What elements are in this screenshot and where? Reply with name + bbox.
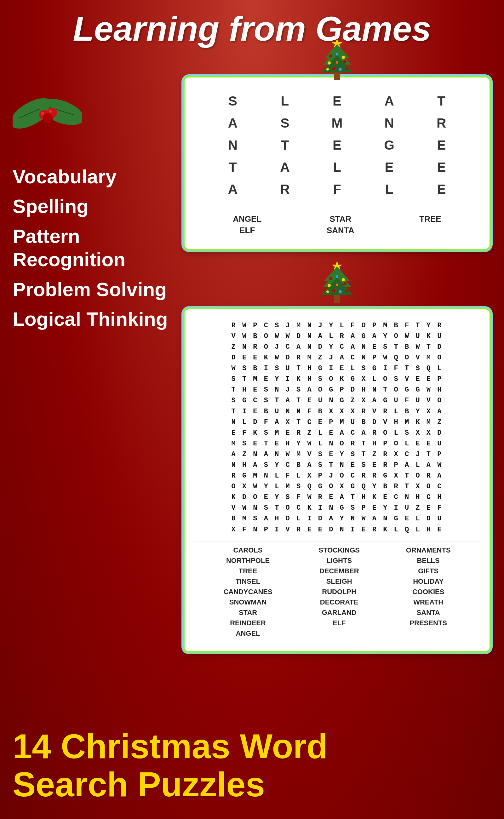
svg-point-17 [342, 56, 345, 59]
lw-rudolph: RUDOLPH [319, 587, 360, 597]
grid-row-14: R G M N L F L X P J O C R R G X T O R A [197, 471, 477, 481]
cell-1-0: A [207, 112, 259, 134]
svg-point-40 [345, 290, 348, 292]
svg-point-38 [339, 290, 342, 293]
svg-point-20 [343, 60, 347, 63]
lw-snowman: SNOWMAN [223, 597, 272, 607]
lw-sleigh: SLEIGH [319, 576, 360, 587]
right-panel: S L E A T A S M N R N T E G E T A L [183, 38, 491, 653]
svg-point-21 [336, 61, 338, 64]
skill-vocabulary: Vocabulary [13, 165, 189, 188]
svg-point-39 [326, 290, 329, 293]
skills-list: Vocabulary Spelling Pattern Recognition … [13, 165, 189, 331]
cell-0-1: L [259, 90, 311, 112]
svg-point-24 [326, 68, 329, 71]
cell-0-0: S [207, 90, 259, 112]
lw-carols: CAROLS [223, 545, 272, 555]
lw-ornaments: ORNAMENTS [406, 545, 451, 555]
svg-point-10 [49, 110, 52, 113]
cell-1-3: N [363, 112, 415, 134]
svg-point-31 [329, 277, 332, 280]
grid-row-16: K D O E Y S F W R E A T H K E C N H C H [197, 492, 477, 503]
lw-star: STAR [223, 607, 272, 618]
grid-row-18: B M S A H O L I D A Y N W A N G E L D U [197, 513, 477, 524]
svg-rect-15 [334, 72, 340, 80]
word-angel: ANGEL [233, 213, 261, 225]
lw-tree: TREE [223, 566, 272, 576]
large-word-list: CAROLS NORTHPOLE TREE TINSEL CANDYCANES … [194, 541, 480, 642]
svg-point-25 [345, 67, 348, 70]
lw-december: DECEMBER [319, 566, 360, 576]
lw-bells: BELLS [406, 555, 451, 566]
cell-3-1: A [259, 156, 311, 178]
large-puzzle-grid: R W P C S J M N J Y L F O P M B F T Y R … [194, 319, 480, 537]
small-word-list: ANGEL ELF STAR SANTA TREE [194, 210, 480, 239]
grid-row-4: W S B I S U T H G I E L S G I F T S Q L [197, 363, 477, 374]
small-puzzle-card: S L E A T A S M N R N T E G E T A L [183, 76, 491, 251]
grid-row-9: N L D F A X T C E P M U B D V H M K M Z [197, 417, 477, 428]
grid-row-0: R W P C S J M N J Y L F O P M B F T Y R [197, 320, 477, 331]
svg-point-9 [41, 112, 44, 115]
lw-tinsel: TINSEL [223, 576, 272, 587]
grid-row-10: E F K S M E R Z L E A C A R O L S X X D [197, 428, 477, 438]
grid-row-2: Z N R O J C A N D Y C A N E S T B W T D [197, 342, 477, 352]
grid-row-7: S G C S T A T E U N G Z X A G U F U V O [197, 395, 477, 406]
svg-point-33 [336, 275, 338, 278]
lw-gifts: GIFTS [406, 566, 451, 576]
lw-cookies: COOKIES [406, 587, 451, 597]
lw-reindeer: REINDEER [223, 618, 272, 628]
svg-point-23 [339, 68, 342, 71]
cell-2-0: N [207, 134, 259, 156]
grid-row-5: S T M E Y I K H S O K G X L O S V E E P [197, 374, 477, 385]
lw-holiday: HOLIDAY [406, 576, 451, 587]
word-star: STAR [327, 213, 354, 225]
lw-candycanes: CANDYCANES [223, 587, 272, 597]
cell-2-4: E [415, 134, 467, 156]
grid-row-3: D E E K W D R M Z J A C N P W Q O V M O [197, 352, 477, 363]
christmas-tree-2 [318, 260, 356, 304]
bottom-title: 14 Christmas Word Search Puzzles [0, 727, 504, 803]
word-group-2: STAR SANTA [327, 213, 354, 236]
lw-santa: SANTA [406, 607, 451, 618]
bottom-title-line1: 14 Christmas Word [13, 727, 491, 765]
small-puzzle-grid: S L E A T A S M N R N T E G E T A L [194, 87, 480, 203]
cell-1-4: R [415, 112, 467, 134]
grid-row-13: N H A S Y C B A S T N E S E R P A L A W [197, 460, 477, 471]
large-word-col-3: ORNAMENTS BELLS GIFTS HOLIDAY COOKIES WR… [406, 545, 451, 639]
cell-0-3: A [363, 90, 415, 112]
grid-row-12: A Z N A N W M V S E Y S T Z R X C J T P [197, 449, 477, 460]
skill-pattern-recognition: Pattern Recognition [13, 225, 189, 272]
cell-3-0: T [207, 156, 259, 178]
word-santa: SANTA [327, 225, 354, 236]
cell-4-3: L [363, 178, 415, 200]
lw-angel: ANGEL [223, 628, 272, 639]
svg-point-18 [336, 53, 338, 55]
svg-point-36 [336, 283, 338, 286]
cell-1-1: S [259, 112, 311, 134]
svg-point-8 [43, 113, 53, 123]
tree-2-container [318, 260, 356, 304]
lw-stockings: STOCKINGS [319, 545, 360, 555]
large-word-col-2: STOCKINGS LIGHTS DECEMBER SLEIGH RUDOLPH… [319, 545, 360, 639]
grid-row-15: O X W Y L M S Q G O X G Q Y B R T X O C [197, 481, 477, 492]
lw-wreath: WREATH [406, 597, 451, 607]
word-group-3: TREE [419, 213, 441, 236]
grid-row-6: T H E S N J S A O G P D H N T O G G W H [197, 385, 477, 395]
cell-4-0: A [207, 178, 259, 200]
svg-point-16 [329, 54, 332, 58]
cell-2-1: T [259, 134, 311, 156]
page-container: Learning from Games Vocabulary Sp [0, 0, 504, 819]
cell-0-4: T [415, 90, 467, 112]
cell-1-2: M [311, 112, 363, 134]
cell-2-2: E [311, 134, 363, 156]
skill-problem-solving: Problem Solving [13, 278, 189, 301]
cell-3-2: L [311, 156, 363, 178]
svg-point-32 [342, 278, 345, 281]
grid-row-19: X F N P I V R E E D N I E R K L Q L H E [197, 524, 477, 535]
cell-4-1: R [259, 178, 311, 200]
grid-row-8: T I E B U N N F B X X X R V R L B Y X A [197, 406, 477, 417]
word-elf: ELF [233, 225, 261, 236]
svg-point-22 [332, 67, 335, 70]
svg-rect-30 [334, 295, 340, 303]
svg-point-19 [328, 61, 331, 65]
